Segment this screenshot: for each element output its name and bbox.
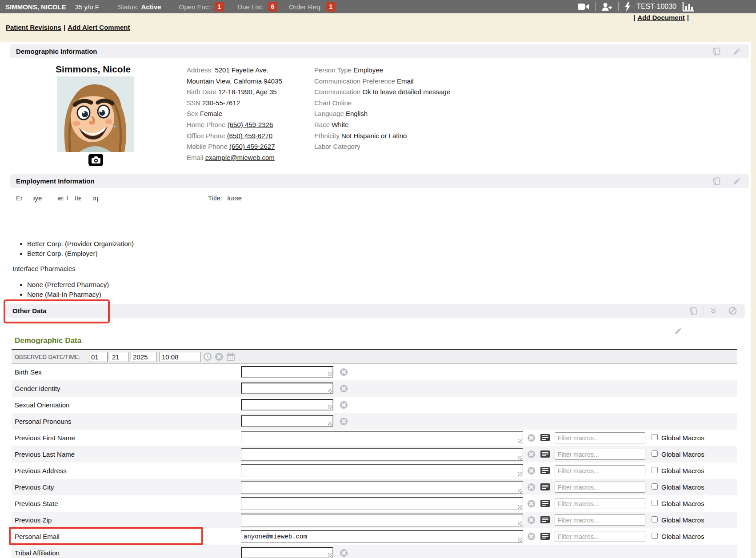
clear-field-icon[interactable] <box>527 516 536 524</box>
clear-field-icon[interactable] <box>340 549 348 557</box>
add-document-link[interactable]: Add Document <box>637 14 685 21</box>
macro-keyboard-icon[interactable] <box>540 467 550 474</box>
field-textarea-previous-zip[interactable] <box>241 514 523 526</box>
clear-field-icon[interactable] <box>340 401 348 409</box>
due-list-badge[interactable]: 6 <box>268 2 278 12</box>
field-select-gender-identity[interactable] <box>241 383 333 394</box>
filter-macros-input[interactable] <box>555 432 645 443</box>
section-title: Employment Information <box>16 177 95 185</box>
open-enc-label: Open Enc: <box>179 3 211 11</box>
lightning-bolt-icon[interactable] <box>624 2 631 12</box>
page-links: Patient Revisions|Add Alert Comment <box>6 24 130 31</box>
demographic-info-right-column: Person Type EmployeeCommunication Prefer… <box>314 65 450 152</box>
clear-field-icon[interactable] <box>527 532 536 541</box>
clear-field-icon[interactable] <box>340 417 348 426</box>
global-macros-label: Global Macros <box>661 467 704 474</box>
demographic-info-line: Chart Online <box>314 98 450 109</box>
info-value-link[interactable]: (650) 459-2627 <box>229 143 275 150</box>
order-req-badge[interactable]: 1 <box>326 2 336 12</box>
field-textarea-previous-last-name[interactable] <box>241 448 523 461</box>
field-select-personal-pronouns[interactable] <box>241 415 333 427</box>
journal-icon[interactable] <box>683 307 704 315</box>
observed-year-input[interactable] <box>131 352 156 362</box>
video-call-icon[interactable] <box>578 3 589 11</box>
clear-datetime-icon[interactable] <box>215 352 224 361</box>
clear-field-icon[interactable] <box>527 434 536 442</box>
add-person-icon[interactable] <box>601 2 612 11</box>
edit-pencil-icon[interactable] <box>727 177 747 186</box>
disable-slash-icon[interactable] <box>723 307 742 315</box>
macro-keyboard-icon[interactable] <box>540 450 550 458</box>
camera-icon <box>91 156 101 164</box>
clear-field-icon[interactable] <box>340 384 348 393</box>
employment-partial-text: Employer name: Better Corp. <box>16 194 102 203</box>
filter-macros-input[interactable] <box>555 449 645 460</box>
macro-keyboard-icon[interactable] <box>540 516 550 523</box>
macro-keyboard-icon[interactable] <box>540 483 550 490</box>
add-document-row: |Add Document| <box>631 14 691 21</box>
field-select-tribal-affiliation[interactable] <box>241 547 333 558</box>
filter-macros-input[interactable] <box>555 482 645 493</box>
divider <box>618 2 619 11</box>
status-value: Active <box>141 3 161 11</box>
global-macros-checkbox[interactable] <box>652 434 658 440</box>
section-title: Other Data <box>12 307 47 315</box>
filter-macros-input[interactable] <box>555 514 645 526</box>
info-value-link[interactable]: (650) 459-6270 <box>227 132 273 140</box>
field-textarea-previous-first-name[interactable] <box>241 431 523 444</box>
field-textarea-personal-email[interactable]: anyone@mieweb.com <box>241 530 523 543</box>
field-select-sexual-orientation[interactable] <box>241 399 333 411</box>
demographic-info-line: SSN 230-55-7612 <box>187 98 282 109</box>
clear-field-icon[interactable] <box>527 499 536 508</box>
field-label-sexual-orientation: Sexual Orientation <box>15 401 69 409</box>
info-label: Communication Preference <box>314 77 395 85</box>
observed-datetime-label: OBSERVED DATE/TIME: <box>15 354 80 360</box>
clear-field-icon[interactable] <box>527 450 536 458</box>
journal-icon[interactable] <box>706 47 727 56</box>
global-macros-checkbox[interactable] <box>652 467 658 473</box>
info-label: Ethnicity <box>314 132 340 140</box>
observed-time-input[interactable] <box>160 352 200 362</box>
clear-field-icon[interactable] <box>527 483 536 491</box>
filter-macros-input[interactable] <box>555 531 645 542</box>
field-textarea-previous-city[interactable] <box>241 481 523 494</box>
global-macros-checkbox[interactable] <box>652 483 658 490</box>
chart-stats-icon[interactable] <box>682 2 694 12</box>
field-textarea-previous-state[interactable] <box>241 497 523 510</box>
edit-pencil-icon[interactable] <box>727 47 747 56</box>
info-value-link[interactable]: (650) 459-2326 <box>228 121 273 128</box>
global-macros-checkbox[interactable] <box>652 500 658 506</box>
field-textarea-previous-address[interactable] <box>241 464 523 477</box>
macro-keyboard-icon[interactable] <box>540 434 550 441</box>
global-macros-checkbox[interactable] <box>652 516 658 522</box>
calendar-icon[interactable] <box>226 352 235 361</box>
form-row-previous-state: Previous StateGlobal Macros <box>12 495 737 512</box>
global-macros-label: Global Macros <box>661 500 704 507</box>
clear-field-icon[interactable] <box>527 466 536 475</box>
filter-macros-input[interactable] <box>555 498 645 509</box>
collapse-chevrons-icon[interactable] <box>704 307 723 315</box>
add-alert-comment-link[interactable]: Add Alert Comment <box>68 24 130 31</box>
list-item: Better Corp. (Employer) <box>27 249 134 259</box>
observed-day-input[interactable] <box>110 352 128 362</box>
form-row-personal-email: Personal Emailanyone@mieweb.comGlobal Ma… <box>12 528 737 545</box>
clock-icon[interactable] <box>203 352 212 361</box>
global-macros-checkbox[interactable] <box>652 450 658 457</box>
observed-month-input[interactable] <box>89 352 108 362</box>
macro-keyboard-icon[interactable] <box>540 533 550 540</box>
demographic-info-line: Mountain View, California 94035 <box>187 76 282 87</box>
info-value-link[interactable]: example@mieweb.com <box>205 154 275 161</box>
demographic-info-left-column: Address: 5201 Fayette Ave.Mountain View,… <box>187 65 282 163</box>
info-label: Office Phone <box>187 132 225 140</box>
field-label-previous-zip: Previous Zip <box>15 516 52 524</box>
change-photo-camera-button[interactable] <box>88 154 103 166</box>
open-enc-badge[interactable]: 1 <box>215 2 224 12</box>
journal-icon[interactable] <box>706 177 727 186</box>
filter-macros-input[interactable] <box>555 465 645 476</box>
patient-revisions-link[interactable]: Patient Revisions <box>6 24 61 31</box>
edit-pencil-icon[interactable] <box>674 327 683 337</box>
clear-field-icon[interactable] <box>340 368 348 376</box>
macro-keyboard-icon[interactable] <box>540 500 550 507</box>
global-macros-checkbox[interactable] <box>652 533 658 539</box>
field-select-birth-sex[interactable] <box>241 366 333 378</box>
